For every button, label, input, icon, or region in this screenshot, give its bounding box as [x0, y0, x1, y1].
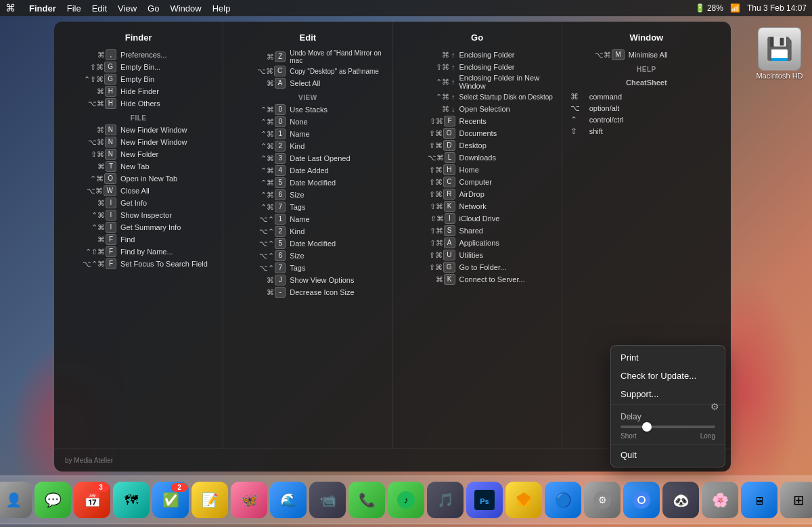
dock-icon-system-prefs[interactable]: ⚙: [584, 482, 621, 518]
shortcut-keys: ⌃⌘ 4: [231, 165, 286, 176]
key: ⌃⌘: [91, 223, 105, 232]
shortcut-row: ⌥⌘ C Copy "Desktop" as Pathname: [231, 66, 384, 76]
dock-icon-bear[interactable]: 🐼: [662, 482, 699, 518]
option-label: option/alt: [589, 104, 620, 112]
shortcut-keys: ⌘ ,: [62, 49, 116, 60]
shortcut-row: ⌘ A Select All: [231, 78, 384, 89]
dock-icon-spotify[interactable]: ♪: [388, 482, 424, 518]
dock-icon-sketch[interactable]: [505, 482, 542, 518]
dock-icon-contacts[interactable]: 👤: [0, 482, 32, 518]
support-menu-item[interactable]: Support...: [611, 385, 725, 403]
menubar-help[interactable]: Help: [212, 3, 231, 14]
shortcut-label: Connect to Server...: [459, 275, 554, 283]
delay-slider-row: ⚙: [621, 426, 715, 428]
key-letter: 5: [275, 238, 286, 249]
key: ⌥⌃: [259, 239, 274, 248]
dock-icon-photos[interactable]: 🌸: [702, 482, 738, 518]
delay-slider[interactable]: [621, 426, 715, 428]
menubar-finder[interactable]: Finder: [29, 3, 56, 14]
dock-icon-chrome[interactable]: [623, 482, 660, 518]
svg-text:♪: ♪: [404, 495, 409, 505]
menubar-right: 🔋 28% 📶 Thu 3 Feb 14:07: [695, 3, 807, 13]
key-letter: H: [105, 86, 116, 97]
dock-icon-music[interactable]: 🎵: [427, 482, 464, 518]
dock-icon-maps[interactable]: 🗺: [113, 482, 150, 518]
shortcut-row: ⌘ T New Tab: [62, 161, 215, 172]
dock-icon-app[interactable]: 🔵: [545, 482, 581, 518]
key-letter: F: [444, 116, 455, 127]
shortcut-label: Find by Name...: [120, 248, 215, 256]
shortcut-label: Preferences...: [120, 51, 215, 59]
shortcut-row: ⌘ K Connect to Server...: [401, 274, 554, 285]
shortcut-keys: ⌘ Z: [231, 51, 286, 62]
command-label: command: [589, 93, 622, 101]
svg-text:Ps: Ps: [480, 497, 489, 505]
shortcut-row: ⌥⌃ 5 Date Modified: [231, 238, 384, 249]
dock-icon-screenflow[interactable]: 🖥: [741, 482, 777, 518]
shortcut-row: ⇧⌘ N New Folder: [62, 149, 215, 160]
brand-label: by Media Atelier: [65, 457, 113, 464]
dock-icon-phone[interactable]: 📞: [348, 482, 385, 518]
drive-icon[interactable]: 💾 Macintosh HD: [752, 27, 807, 80]
key-letter: F: [106, 246, 116, 257]
key-letter: 1: [275, 129, 286, 139]
shortcut-label: Select All: [290, 79, 384, 87]
menubar-go[interactable]: Go: [148, 3, 159, 14]
apple-menu[interactable]: ⌘: [5, 2, 16, 14]
dock-icon-photo[interactable]: 🌊: [270, 482, 307, 518]
menubar-file[interactable]: File: [67, 3, 81, 14]
dock-icon-messages[interactable]: 💬: [35, 482, 71, 518]
shortcut-row: ⇧⌘ U Utilities: [401, 250, 554, 260]
shortcut-keys: ⌥⌃ 6: [231, 250, 286, 261]
help-row-command: ⌘ command: [570, 92, 723, 101]
control-symbol: ⌃: [570, 115, 584, 124]
key: ⌃⌘: [261, 142, 274, 151]
shortcut-label: Show Inspector: [120, 211, 215, 219]
shortcut-label: Home: [459, 166, 554, 174]
key: ⌥⌃: [259, 264, 274, 273]
shortcut-keys: ⇧⌘ ↑: [401, 63, 455, 72]
quit-menu-item[interactable]: Quit: [611, 446, 725, 464]
delay-slider-thumb[interactable]: [642, 422, 652, 432]
shortcut-keys: ⌘ H: [62, 86, 116, 97]
shortcut-label: Size: [290, 252, 384, 260]
menubar-battery: 🔋 28%: [695, 3, 723, 13]
menubar-edit[interactable]: Edit: [92, 3, 107, 14]
menubar-window[interactable]: Window: [170, 3, 201, 14]
shortcut-row: ⌃⌘ O Open in New Tab: [62, 173, 215, 184]
dock-icon-calendar[interactable]: 📅: [74, 482, 110, 518]
shortcut-label: Copy "Desktop" as Pathname: [290, 68, 384, 75]
check-update-menu-item[interactable]: Check for Update...: [611, 367, 725, 385]
dock-icon-extras[interactable]: ⊞: [780, 482, 812, 518]
dock-icon-tasks[interactable]: ✅: [152, 482, 189, 518]
key-letter: -: [275, 287, 286, 298]
dock-icon-facetime[interactable]: 📹: [309, 482, 346, 518]
help-section-title: Help: [570, 66, 723, 73]
shortcut-keys: ⌃⌘ 0: [231, 104, 286, 115]
key-letter: U: [443, 250, 455, 260]
menubar-view[interactable]: View: [118, 3, 137, 14]
shortcut-keys: ⌃⌘ 2: [231, 141, 286, 152]
shortcut-row: ⌘ N New Finder Window: [62, 124, 215, 135]
print-menu-item[interactable]: Print: [611, 348, 725, 367]
gear-button[interactable]: ⚙: [710, 401, 719, 412]
shortcut-row: ⌃⌘ 4 Date Added: [231, 165, 384, 176]
shortcut-label: Set Focus To Search Field: [120, 260, 215, 268]
shortcut-keys: ⌥⌘ N: [62, 137, 116, 147]
help-keys-section: ⌘ command ⌥ option/alt ⌃ control/ctrl ⇧ …: [570, 92, 723, 136]
key-letter: G: [104, 62, 116, 72]
shortcut-keys: ⌘ K: [401, 274, 455, 285]
shortcut-keys: ⌃⌘ I: [62, 222, 116, 233]
shortcut-row: ⌘ J Show View Options: [231, 275, 384, 285]
shortcut-keys: ⌥⌘ H: [62, 98, 116, 109]
dock-icon-butterfly[interactable]: 🦋: [231, 482, 267, 518]
view-section-title: View: [231, 94, 384, 101]
key-letter: N: [105, 149, 116, 160]
dock-icon-photoshop[interactable]: Ps: [466, 482, 503, 518]
dock-icon-notes[interactable]: 📝: [191, 482, 228, 518]
shortcut-row: ⇧⌘ D Desktop: [401, 140, 554, 151]
shortcut-row: ⌘ ↑ Enclosing Folder: [401, 49, 554, 60]
shortcut-keys: ⌘ F: [62, 234, 116, 245]
shortcut-keys: ⌥⌘ M: [570, 49, 625, 60]
key: ⌃⌘: [261, 179, 274, 187]
